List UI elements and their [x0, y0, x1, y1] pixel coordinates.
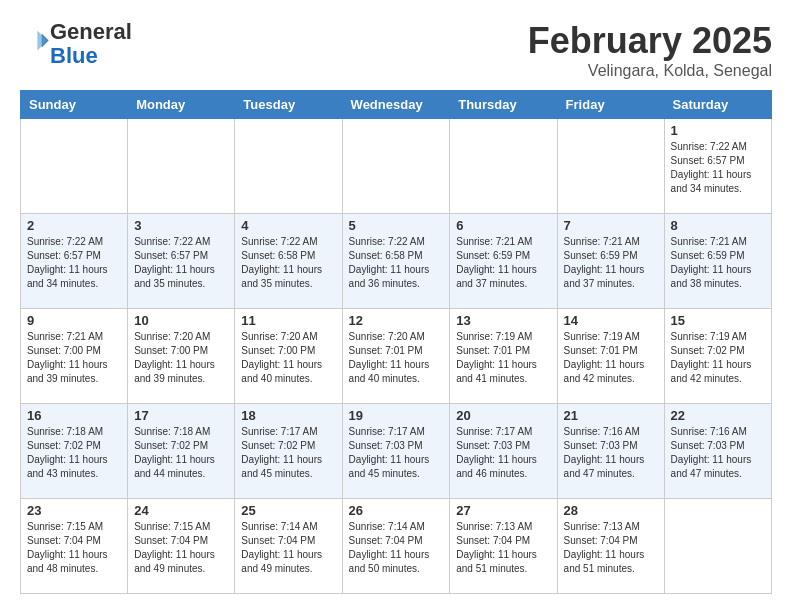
day-number: 10: [134, 313, 228, 328]
day-cell-6: 6Sunrise: 7:21 AM Sunset: 6:59 PM Daylig…: [450, 214, 557, 309]
day-info: Sunrise: 7:22 AM Sunset: 6:58 PM Dayligh…: [349, 235, 444, 291]
day-number: 2: [27, 218, 121, 233]
day-cell-3: 3Sunrise: 7:22 AM Sunset: 6:57 PM Daylig…: [128, 214, 235, 309]
day-info: Sunrise: 7:20 AM Sunset: 7:00 PM Dayligh…: [134, 330, 228, 386]
day-cell-7: 7Sunrise: 7:21 AM Sunset: 6:59 PM Daylig…: [557, 214, 664, 309]
day-cell-25: 25Sunrise: 7:14 AM Sunset: 7:04 PM Dayli…: [235, 499, 342, 594]
day-cell-2: 2Sunrise: 7:22 AM Sunset: 6:57 PM Daylig…: [21, 214, 128, 309]
day-number: 28: [564, 503, 658, 518]
empty-cell: [235, 119, 342, 214]
svg-marker-1: [37, 31, 47, 51]
empty-cell: [450, 119, 557, 214]
day-info: Sunrise: 7:20 AM Sunset: 7:01 PM Dayligh…: [349, 330, 444, 386]
day-cell-22: 22Sunrise: 7:16 AM Sunset: 7:03 PM Dayli…: [664, 404, 771, 499]
day-info: Sunrise: 7:13 AM Sunset: 7:04 PM Dayligh…: [564, 520, 658, 576]
day-number: 22: [671, 408, 765, 423]
month-title: February 2025: [528, 20, 772, 62]
day-info: Sunrise: 7:14 AM Sunset: 7:04 PM Dayligh…: [241, 520, 335, 576]
day-number: 13: [456, 313, 550, 328]
day-cell-4: 4Sunrise: 7:22 AM Sunset: 6:58 PM Daylig…: [235, 214, 342, 309]
day-cell-19: 19Sunrise: 7:17 AM Sunset: 7:03 PM Dayli…: [342, 404, 450, 499]
day-number: 17: [134, 408, 228, 423]
empty-cell: [21, 119, 128, 214]
day-cell-10: 10Sunrise: 7:20 AM Sunset: 7:00 PM Dayli…: [128, 309, 235, 404]
calendar-table: SundayMondayTuesdayWednesdayThursdayFrid…: [20, 90, 772, 594]
column-header-friday: Friday: [557, 91, 664, 119]
day-number: 18: [241, 408, 335, 423]
day-cell-5: 5Sunrise: 7:22 AM Sunset: 6:58 PM Daylig…: [342, 214, 450, 309]
day-cell-21: 21Sunrise: 7:16 AM Sunset: 7:03 PM Dayli…: [557, 404, 664, 499]
day-info: Sunrise: 7:19 AM Sunset: 7:02 PM Dayligh…: [671, 330, 765, 386]
empty-cell: [664, 499, 771, 594]
empty-cell: [557, 119, 664, 214]
day-number: 27: [456, 503, 550, 518]
day-info: Sunrise: 7:22 AM Sunset: 6:57 PM Dayligh…: [27, 235, 121, 291]
day-info: Sunrise: 7:19 AM Sunset: 7:01 PM Dayligh…: [564, 330, 658, 386]
day-number: 5: [349, 218, 444, 233]
day-number: 21: [564, 408, 658, 423]
day-info: Sunrise: 7:17 AM Sunset: 7:02 PM Dayligh…: [241, 425, 335, 481]
day-info: Sunrise: 7:22 AM Sunset: 6:58 PM Dayligh…: [241, 235, 335, 291]
day-number: 26: [349, 503, 444, 518]
day-number: 6: [456, 218, 550, 233]
day-cell-28: 28Sunrise: 7:13 AM Sunset: 7:04 PM Dayli…: [557, 499, 664, 594]
day-info: Sunrise: 7:13 AM Sunset: 7:04 PM Dayligh…: [456, 520, 550, 576]
column-header-wednesday: Wednesday: [342, 91, 450, 119]
week-row-1: 1Sunrise: 7:22 AM Sunset: 6:57 PM Daylig…: [21, 119, 772, 214]
column-header-sunday: Sunday: [21, 91, 128, 119]
day-info: Sunrise: 7:15 AM Sunset: 7:04 PM Dayligh…: [27, 520, 121, 576]
location-subtitle: Velingara, Kolda, Senegal: [528, 62, 772, 80]
day-cell-14: 14Sunrise: 7:19 AM Sunset: 7:01 PM Dayli…: [557, 309, 664, 404]
column-header-tuesday: Tuesday: [235, 91, 342, 119]
day-cell-20: 20Sunrise: 7:17 AM Sunset: 7:03 PM Dayli…: [450, 404, 557, 499]
day-number: 19: [349, 408, 444, 423]
column-header-monday: Monday: [128, 91, 235, 119]
day-cell-11: 11Sunrise: 7:20 AM Sunset: 7:00 PM Dayli…: [235, 309, 342, 404]
day-number: 9: [27, 313, 121, 328]
day-number: 8: [671, 218, 765, 233]
day-cell-16: 16Sunrise: 7:18 AM Sunset: 7:02 PM Dayli…: [21, 404, 128, 499]
logo-icon: [22, 28, 50, 56]
day-number: 24: [134, 503, 228, 518]
day-number: 14: [564, 313, 658, 328]
day-cell-26: 26Sunrise: 7:14 AM Sunset: 7:04 PM Dayli…: [342, 499, 450, 594]
day-number: 20: [456, 408, 550, 423]
day-number: 7: [564, 218, 658, 233]
page-header: General Blue February 2025 Velingara, Ko…: [20, 20, 772, 80]
day-number: 11: [241, 313, 335, 328]
logo-general-text: General: [50, 19, 132, 44]
day-info: Sunrise: 7:21 AM Sunset: 7:00 PM Dayligh…: [27, 330, 121, 386]
day-info: Sunrise: 7:22 AM Sunset: 6:57 PM Dayligh…: [671, 140, 765, 196]
day-info: Sunrise: 7:20 AM Sunset: 7:00 PM Dayligh…: [241, 330, 335, 386]
day-number: 23: [27, 503, 121, 518]
day-number: 4: [241, 218, 335, 233]
day-cell-23: 23Sunrise: 7:15 AM Sunset: 7:04 PM Dayli…: [21, 499, 128, 594]
title-block: February 2025 Velingara, Kolda, Senegal: [528, 20, 772, 80]
week-row-2: 2Sunrise: 7:22 AM Sunset: 6:57 PM Daylig…: [21, 214, 772, 309]
day-cell-13: 13Sunrise: 7:19 AM Sunset: 7:01 PM Dayli…: [450, 309, 557, 404]
day-number: 12: [349, 313, 444, 328]
day-cell-8: 8Sunrise: 7:21 AM Sunset: 6:59 PM Daylig…: [664, 214, 771, 309]
day-info: Sunrise: 7:17 AM Sunset: 7:03 PM Dayligh…: [349, 425, 444, 481]
day-number: 25: [241, 503, 335, 518]
day-number: 3: [134, 218, 228, 233]
column-header-saturday: Saturday: [664, 91, 771, 119]
day-info: Sunrise: 7:14 AM Sunset: 7:04 PM Dayligh…: [349, 520, 444, 576]
day-cell-15: 15Sunrise: 7:19 AM Sunset: 7:02 PM Dayli…: [664, 309, 771, 404]
day-cell-27: 27Sunrise: 7:13 AM Sunset: 7:04 PM Dayli…: [450, 499, 557, 594]
day-cell-24: 24Sunrise: 7:15 AM Sunset: 7:04 PM Dayli…: [128, 499, 235, 594]
day-info: Sunrise: 7:18 AM Sunset: 7:02 PM Dayligh…: [134, 425, 228, 481]
week-row-5: 23Sunrise: 7:15 AM Sunset: 7:04 PM Dayli…: [21, 499, 772, 594]
day-info: Sunrise: 7:16 AM Sunset: 7:03 PM Dayligh…: [564, 425, 658, 481]
day-cell-12: 12Sunrise: 7:20 AM Sunset: 7:01 PM Dayli…: [342, 309, 450, 404]
day-number: 1: [671, 123, 765, 138]
day-info: Sunrise: 7:16 AM Sunset: 7:03 PM Dayligh…: [671, 425, 765, 481]
day-number: 15: [671, 313, 765, 328]
day-cell-9: 9Sunrise: 7:21 AM Sunset: 7:00 PM Daylig…: [21, 309, 128, 404]
day-info: Sunrise: 7:15 AM Sunset: 7:04 PM Dayligh…: [134, 520, 228, 576]
day-cell-1: 1Sunrise: 7:22 AM Sunset: 6:57 PM Daylig…: [664, 119, 771, 214]
day-cell-18: 18Sunrise: 7:17 AM Sunset: 7:02 PM Dayli…: [235, 404, 342, 499]
day-info: Sunrise: 7:22 AM Sunset: 6:57 PM Dayligh…: [134, 235, 228, 291]
logo-blue-text: Blue: [50, 43, 98, 68]
day-number: 16: [27, 408, 121, 423]
